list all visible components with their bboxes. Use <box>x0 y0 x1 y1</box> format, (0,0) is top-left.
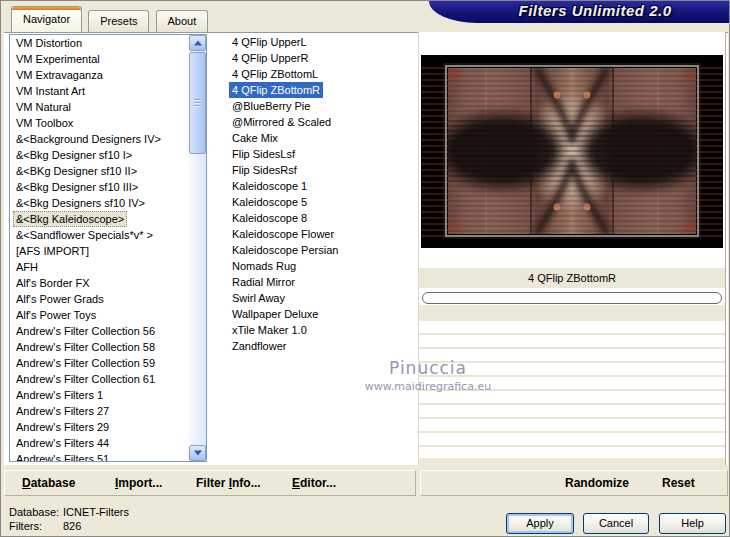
category-list-item-label: &<Bkg Kaleidoscope> <box>13 211 127 227</box>
randomize-button[interactable]: Randomize <box>565 471 629 495</box>
editor-button[interactable]: Editor... <box>292 471 336 495</box>
category-list-item-label: Andrew's Filters 29 <box>13 419 112 435</box>
preview-progress-track[interactable] <box>422 292 722 304</box>
filter-list-item[interactable]: 4 QFlip ZBottomR <box>226 82 416 98</box>
category-list-item-label: Alf's Power Toys <box>13 307 99 323</box>
filter-list-item[interactable]: Kaleidoscope 5 <box>226 194 416 210</box>
filter-list-item[interactable]: Nomads Rug <box>226 258 416 274</box>
category-list-item[interactable]: Andrew's Filter Collection 58 <box>10 339 189 355</box>
filter-list-item-label: Swirl Away <box>229 290 288 306</box>
category-list-item[interactable]: &<BKg Designer sf10 II> <box>10 163 189 179</box>
preview-caption: 4 QFlip ZBottomR <box>419 268 725 288</box>
import-button[interactable]: Import... <box>115 471 162 495</box>
category-list-item-label: Andrew's Filter Collection 61 <box>13 371 158 387</box>
filter-list-item[interactable]: Zandflower <box>226 338 416 354</box>
database-button[interactable]: Database <box>22 471 75 495</box>
help-button[interactable]: Help <box>659 513 726 534</box>
category-list-item[interactable]: VM Instant Art <box>10 83 189 99</box>
category-list-item[interactable]: &<Bkg Designer sf10 III> <box>10 179 189 195</box>
category-list-item[interactable]: &<Bkg Designers sf10 IV> <box>10 195 189 211</box>
tab-presets[interactable]: Presets <box>88 10 149 32</box>
filter-list-item[interactable]: Flip SidesLsf <box>226 146 416 162</box>
category-list-item[interactable]: Andrew's Filters 44 <box>10 435 189 451</box>
category-list-item-label: Andrew's Filters 1 <box>13 387 106 403</box>
filter-list-item-label: Wallpaper Deluxe <box>229 306 321 322</box>
filter-list-item-label: 4 QFlip UpperL <box>229 34 310 50</box>
category-list-item[interactable]: Andrew's Filters 27 <box>10 403 189 419</box>
filter-list-item-label: Kaleidoscope Persian <box>229 242 341 258</box>
category-list-item[interactable]: VM Natural <box>10 99 189 115</box>
category-list-item[interactable]: AFH <box>10 259 189 275</box>
category-list-item-label: Andrew's Filter Collection 58 <box>13 339 158 355</box>
category-list-item-label: Andrew's Filters 27 <box>13 403 112 419</box>
filters-unlimited-dialog: Filters Unlimited 2.0 Navigator Presets … <box>0 0 730 537</box>
filter-list-item[interactable]: Kaleidoscope 1 <box>226 178 416 194</box>
filter-list-item[interactable]: Swirl Away <box>226 290 416 306</box>
category-list-item-label: VM Instant Art <box>13 83 88 99</box>
preview-panel: 4 QFlip ZBottomR <box>419 32 726 465</box>
status-filters-value: 826 <box>63 520 81 532</box>
filter-info-button[interactable]: Filter Info... <box>196 471 261 495</box>
preview-frame[interactable] <box>421 55 723 248</box>
tab-navigator-label: Navigator <box>23 13 70 25</box>
category-list-item[interactable]: VM Extravaganza <box>10 67 189 83</box>
category-list-item[interactable]: &<Bkg Kaleidoscope> <box>10 211 189 227</box>
apply-button[interactable]: Apply <box>506 513 574 534</box>
filter-list-item[interactable]: 4 QFlip UpperL <box>226 34 416 50</box>
category-list-item[interactable]: VM Toolbox <box>10 115 189 131</box>
category-list-item-label: VM Experimental <box>13 51 103 67</box>
filter-list-item[interactable]: Radial Mirror <box>226 274 416 290</box>
database-rest: atabase <box>31 476 76 490</box>
category-list-item[interactable]: Andrew's Filters 29 <box>10 419 189 435</box>
filter-list-item[interactable]: @BlueBerry Pie <box>226 98 416 114</box>
scroll-thumb[interactable] <box>189 52 206 154</box>
tab-presets-label: Presets <box>100 15 137 27</box>
editor-rest: ditor... <box>300 476 336 490</box>
filter-list-item[interactable]: Flip SidesRsf <box>226 162 416 178</box>
category-list-item[interactable]: Alf's Border FX <box>10 275 189 291</box>
category-list-item-label: &<Sandflower Specials*v* > <box>13 227 156 243</box>
cancel-button[interactable]: Cancel <box>583 513 649 534</box>
category-list-item[interactable]: Andrew's Filter Collection 59 <box>10 355 189 371</box>
filter-list-item[interactable]: 4 QFlip UpperR <box>226 50 416 66</box>
category-list-item[interactable]: Andrew's Filter Collection 56 <box>10 323 189 339</box>
category-scrollbar[interactable] <box>189 35 206 461</box>
category-list-item[interactable]: [AFS IMPORT] <box>10 243 189 259</box>
filter-list-item-label: Flip SidesRsf <box>229 162 300 178</box>
category-list-item[interactable]: &<Bkg Designer sf10 I> <box>10 147 189 163</box>
toolbar-right: Randomize Reset <box>420 470 728 496</box>
category-list: VM Distortion VM Experimental VM Extrava… <box>10 35 189 461</box>
filter-list-item-label: 4 QFlip UpperR <box>229 50 311 66</box>
category-list-item[interactable]: Andrew's Filter Collection 61 <box>10 371 189 387</box>
category-list-item[interactable]: VM Experimental <box>10 51 189 67</box>
filter-list-item-label: xTile Maker 1.0 <box>229 322 310 338</box>
parameter-rows <box>419 321 725 459</box>
tab-about[interactable]: About <box>156 10 209 32</box>
status-filters-label: Filters: <box>9 520 42 532</box>
filter-list-item[interactable]: xTile Maker 1.0 <box>226 322 416 338</box>
filter-list-item[interactable]: @Mirrored & Scaled <box>226 114 416 130</box>
category-list-item[interactable]: &<Sandflower Specials*v* > <box>10 227 189 243</box>
filter-list-item-label: @Mirrored & Scaled <box>229 114 334 130</box>
category-list-item[interactable]: Alf's Power Toys <box>10 307 189 323</box>
filter-list-item[interactable]: Wallpaper Deluxe <box>226 306 416 322</box>
scroll-up-button[interactable] <box>189 35 206 51</box>
filter-list-item[interactable]: Kaleidoscope Persian <box>226 242 416 258</box>
tab-navigator[interactable]: Navigator <box>11 6 82 32</box>
filter-list-item-label: Kaleidoscope 1 <box>229 178 310 194</box>
category-list-item[interactable]: &<Background Designers IV> <box>10 131 189 147</box>
category-list-item[interactable]: Alf's Power Grads <box>10 291 189 307</box>
filter-list-item[interactable]: 4 QFlip ZBottomL <box>226 66 416 82</box>
category-list-item[interactable]: VM Distortion <box>10 35 189 51</box>
toolbar-left: Database Import... Filter Info... Editor… <box>4 470 416 496</box>
filter-list-item[interactable]: Kaleidoscope Flower <box>226 226 416 242</box>
filter-info-rest: nfo... <box>232 476 261 490</box>
reset-button[interactable]: Reset <box>662 471 695 495</box>
scroll-down-button[interactable] <box>189 445 206 461</box>
tab-strip: Navigator Presets About <box>11 6 208 32</box>
filter-list-item[interactable]: Kaleidoscope 8 <box>226 210 416 226</box>
category-list-item-label: VM Toolbox <box>13 115 76 131</box>
filter-list-item[interactable]: Cake Mix <box>226 130 416 146</box>
category-list-item[interactable]: Andrew's Filters 1 <box>10 387 189 403</box>
category-list-item[interactable]: Andrew's Filters 51 <box>10 451 189 462</box>
